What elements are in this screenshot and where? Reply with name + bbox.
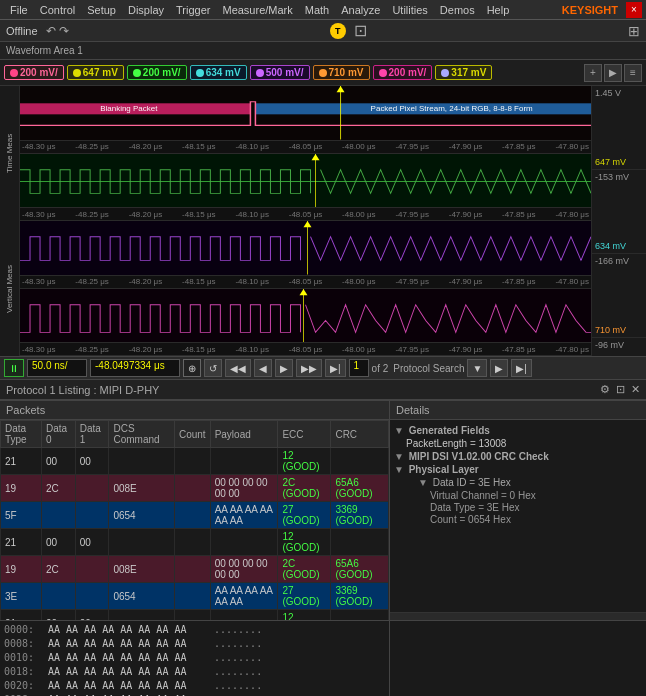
- tree-packet-length[interactable]: PacketLength = 13008: [394, 437, 642, 450]
- payload-row: 0018:AA AA AA AA AA AA AA AA........: [4, 665, 385, 679]
- cell-d1: 00: [75, 448, 109, 475]
- bottom-area: 0000:AA AA AA AA AA AA AA AA........0008…: [0, 620, 646, 696]
- table-row[interactable]: 21 00 00 12 (GOOD): [1, 610, 389, 621]
- tree-physical-layer[interactable]: ▼ Physical Layer: [394, 463, 642, 476]
- table-row[interactable]: 3E 0654 AA AA AA AA AA AA 27 (GOOD) 3369…: [1, 583, 389, 610]
- trigger-indicator[interactable]: T: [330, 23, 346, 39]
- settings-icon[interactable]: ⊞: [628, 23, 640, 39]
- play-btn[interactable]: ▶: [275, 359, 293, 377]
- channel-2-btn[interactable]: 647 mV: [67, 65, 124, 80]
- menu-demos[interactable]: Demos: [434, 4, 481, 16]
- table-header-row: Data Type Data 0 Data 1 DCS Command Coun…: [1, 421, 389, 448]
- menu-measure[interactable]: Measure/Mark: [216, 4, 298, 16]
- next-next-btn[interactable]: ▶|: [325, 359, 346, 377]
- channel-5-btn[interactable]: 500 mV/: [250, 65, 310, 80]
- payload-addr: 0000:: [4, 623, 42, 637]
- v-top-2: -153 mV: [595, 172, 643, 182]
- tree-data-type[interactable]: Data Type = 3E Hex: [394, 501, 642, 513]
- menu-analyze[interactable]: Analyze: [335, 4, 386, 16]
- tree-data-id[interactable]: ▼ Data ID = 3E Hex: [394, 476, 642, 489]
- cell-dcs: 008E: [109, 475, 175, 502]
- waveform-lane-1[interactable]: Blanking Packet Packed Pixel Stream, 24-…: [20, 86, 591, 141]
- waveform-area-title: Waveform Area 1: [6, 45, 83, 56]
- cell-d1: [75, 502, 109, 529]
- timescale-display: 50.0 ns/: [27, 359, 87, 377]
- v-top-1: 1.45 V: [595, 88, 643, 98]
- channel-3-btn[interactable]: 200 mV/: [127, 65, 187, 80]
- channel-7-btn[interactable]: 200 mV/: [373, 65, 433, 80]
- cell-dcs: [109, 610, 175, 621]
- channel-8-btn[interactable]: 317 mV: [435, 65, 492, 80]
- cell-dcs: 0654: [109, 583, 175, 610]
- next-btn[interactable]: ▶▶: [296, 359, 322, 377]
- table-row[interactable]: 5F 0654 AA AA AA AA AA AA 27 (GOOD) 3369…: [1, 502, 389, 529]
- details-content[interactable]: ▼ Generated Fields PacketLength = 13008 …: [390, 420, 646, 612]
- nav-plus[interactable]: +: [584, 64, 602, 82]
- menu-setup[interactable]: Setup: [81, 4, 122, 16]
- col-d1: Data 1: [75, 421, 109, 448]
- channel-6-btn[interactable]: 710 mV: [313, 65, 370, 80]
- menu-control[interactable]: Control: [34, 4, 81, 16]
- nav-settings[interactable]: ≡: [624, 64, 642, 82]
- redo-icon[interactable]: ↷: [59, 24, 69, 38]
- cell-payload: [210, 448, 278, 475]
- protocol-gear-icon[interactable]: ⚙: [600, 383, 610, 396]
- table-row[interactable]: 19 2C 008E 00 00 00 00 00 00 2C (GOOD) 6…: [1, 475, 389, 502]
- cell-ecc: 2C (GOOD): [278, 556, 331, 583]
- payload-hex: AA AA AA AA AA AA AA AA: [48, 651, 208, 665]
- tree-count[interactable]: Count = 0654 Hex: [394, 513, 642, 525]
- packet-table[interactable]: Data Type Data 0 Data 1 DCS Command Coun…: [0, 420, 389, 620]
- table-row[interactable]: 21 00 00 12 (GOOD): [1, 448, 389, 475]
- menu-trigger[interactable]: Trigger: [170, 4, 216, 16]
- waveform-lane-3[interactable]: [20, 221, 591, 276]
- packets-label: Packets: [6, 404, 45, 416]
- table-row[interactable]: 19 2C 008E 00 00 00 00 00 00 2C (GOOD) 6…: [1, 556, 389, 583]
- run-icon[interactable]: ⊡: [354, 21, 367, 40]
- table-row[interactable]: 21 00 00 12 (GOOD): [1, 529, 389, 556]
- waveform-lane-2[interactable]: [20, 154, 591, 209]
- cell-dtype: 19: [1, 556, 42, 583]
- search-dropdown[interactable]: ▼: [467, 359, 487, 377]
- cell-crc: [331, 448, 389, 475]
- tree-generated-fields[interactable]: ▼ Generated Fields: [394, 424, 642, 437]
- close-button[interactable]: ×: [626, 2, 642, 18]
- col-count: Count: [174, 421, 210, 448]
- payload-addr: 0010:: [4, 651, 42, 665]
- cell-ecc: 12 (GOOD): [278, 610, 331, 621]
- nav-right[interactable]: ▶: [604, 64, 622, 82]
- undo-icon[interactable]: ↶: [46, 24, 56, 38]
- cell-crc: 65A6 (GOOD): [331, 475, 389, 502]
- menu-math[interactable]: Math: [299, 4, 335, 16]
- search-settings-btn[interactable]: ▶|: [511, 359, 532, 377]
- search-fwd-btn[interactable]: ▶: [490, 359, 508, 377]
- vertical-meas-label: Vertical Meas: [0, 221, 19, 356]
- details-scrollbar[interactable]: [390, 612, 646, 620]
- channel-4-btn[interactable]: 634 mV: [190, 65, 247, 80]
- tree-crc-check[interactable]: ▼ MIPI DSI V1.02.00 CRC Check: [394, 450, 642, 463]
- waveform-lane-4[interactable]: [20, 289, 591, 344]
- waveform-area-header: Waveform Area 1: [0, 42, 646, 60]
- logo-area: KEYSIGHT ×: [562, 2, 642, 18]
- prev-prev-btn[interactable]: ◀◀: [225, 359, 251, 377]
- run-stop-btn[interactable]: ⊕: [183, 359, 201, 377]
- menu-help[interactable]: Help: [481, 4, 516, 16]
- protocol-detach-icon[interactable]: ⊡: [616, 383, 625, 396]
- prev-btn[interactable]: ◀: [254, 359, 272, 377]
- col-crc: CRC: [331, 421, 389, 448]
- col-dcs: DCS Command: [109, 421, 175, 448]
- tree-virtual-channel[interactable]: Virtual Channel = 0 Hex: [394, 489, 642, 501]
- pause-button[interactable]: ⏸: [4, 359, 24, 377]
- details-bottom-content[interactable]: [390, 621, 646, 696]
- menu-file[interactable]: File: [4, 4, 34, 16]
- menu-utilities[interactable]: Utilities: [386, 4, 433, 16]
- channel-1-btn[interactable]: 200 mV/: [4, 65, 64, 80]
- protocol-close-icon[interactable]: ✕: [631, 383, 640, 396]
- menu-display[interactable]: Display: [122, 4, 170, 16]
- cell-d0: 00: [41, 448, 75, 475]
- waveform-lanes[interactable]: Blanking Packet Packed Pixel Stream, 24-…: [20, 86, 591, 356]
- svg-text:Blanking Packet: Blanking Packet: [100, 105, 157, 113]
- loop-btn[interactable]: ↺: [204, 359, 222, 377]
- payload-content[interactable]: 0000:AA AA AA AA AA AA AA AA........0008…: [0, 621, 389, 696]
- payload-ascii: ........: [214, 623, 262, 637]
- col-ecc: ECC: [278, 421, 331, 448]
